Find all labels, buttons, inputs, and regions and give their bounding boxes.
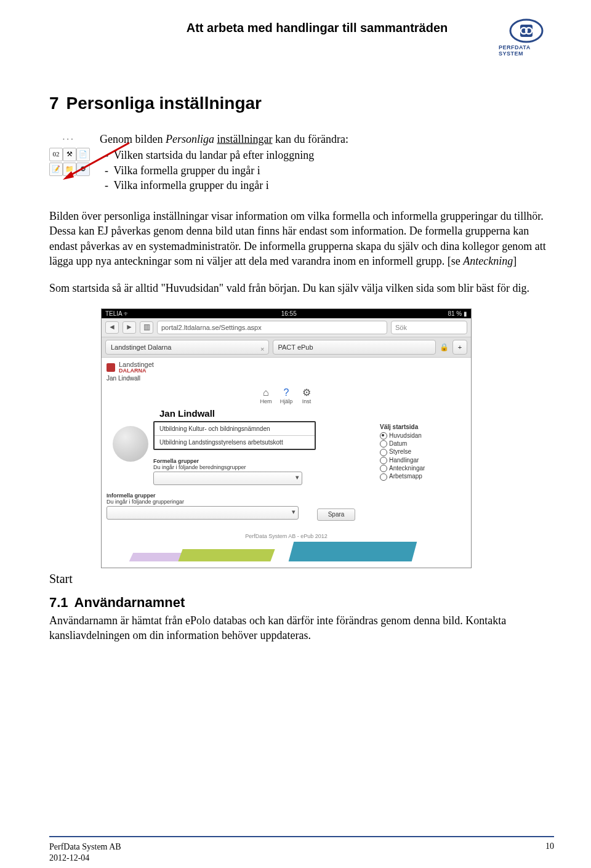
tab-bar: Landstinget Dalarna× PACT ePub 🔒 + xyxy=(102,337,471,358)
top-nav-icons: ⌂Hem ?Hjälp ⚙Inst xyxy=(107,387,466,404)
settings-icon-cluster: • • • 02 ⚒ 📄 📝 📁 ⚙ xyxy=(49,137,89,176)
calendar-icon: 02 xyxy=(49,148,63,161)
status-bar: TELIA ᯤ 16:55 81 % ▮ xyxy=(102,309,471,318)
brand-footer-graphic: PerfData System AB - ePub 2012 xyxy=(107,539,466,561)
search-field[interactable]: Sök xyxy=(391,321,467,334)
body-paragraph-2: Som startsida så är alltid "Huvudsidan" … xyxy=(49,281,554,295)
footer-credit: PerfData System AB - ePub 2012 xyxy=(245,533,328,539)
section-number: 7 xyxy=(49,94,59,113)
nav-inst[interactable]: ⚙Inst xyxy=(297,387,316,404)
radio-huvudsidan[interactable]: Huvudsidan xyxy=(380,432,466,440)
nav-hjalp[interactable]: ?Hjälp xyxy=(277,387,296,404)
intro-text: Genom bilden Personliga inställningar ka… xyxy=(100,132,348,193)
intro-bullet-list: Vilken startsida du landar på efter inlo… xyxy=(100,148,348,193)
subsection-title: Användarnamnet xyxy=(74,595,185,610)
header-title: Att arbeta med handlingar till sammanträ… xyxy=(135,21,499,35)
intro-bullet: Vilken startsida du landar på efter inlo… xyxy=(115,148,348,163)
home-icon: ⌂ xyxy=(257,387,275,398)
company-logo: PERFDATA SYSTEM xyxy=(499,18,554,57)
page-footer: PerfData System AB 2012-12-04 10 xyxy=(49,842,554,863)
tab-pact[interactable]: PACT ePub xyxy=(273,340,436,355)
informella-sub: Du ingår i följande grupperingar xyxy=(107,499,466,505)
lock-icon: 🔒 xyxy=(440,343,449,352)
intro-lead-prefix: Genom bilden xyxy=(100,133,166,145)
formella-label: Formella grupper xyxy=(153,458,375,464)
settings-icon: ⚙ xyxy=(76,163,90,176)
brand-mark-icon xyxy=(107,363,115,372)
radio-styrelse[interactable]: Styrelse xyxy=(380,448,466,456)
startsida-label: Välj startsida xyxy=(380,424,466,430)
section-title: Personliga inställningar xyxy=(66,94,262,113)
status-time: 16:55 xyxy=(281,310,297,317)
close-icon[interactable]: × xyxy=(260,342,264,356)
intro-lead-suffix: kan du förändra: xyxy=(272,133,348,145)
formella-sub: Du ingår i följande beredningsgrupper xyxy=(153,464,375,470)
logo-text: PERFDATA SYSTEM xyxy=(499,44,554,57)
radio-arbetsmapp[interactable]: Arbetsmapp xyxy=(380,473,466,480)
intro-lead-underline: inställningar xyxy=(217,133,272,145)
section-heading: 7Personliga inställningar xyxy=(49,94,554,113)
startsida-radios: Huvudsidan Datum Styrelse Handlingar Ant… xyxy=(380,432,466,481)
url-field[interactable]: portal2.ltdalarna.se/Settings.aspx xyxy=(157,321,387,334)
chevron-down-icon: ▾ xyxy=(296,473,299,481)
footer-rule xyxy=(49,836,554,837)
start-label: Start xyxy=(49,572,554,586)
footer-company: PerfData System AB xyxy=(49,842,121,853)
radio-anteckningar[interactable]: Anteckningar xyxy=(380,465,466,472)
back-button[interactable]: ◄ xyxy=(105,321,119,334)
dropdown-option[interactable]: Utbildning Kultur- och bildningsnämnden xyxy=(155,422,315,436)
radio-handlingar[interactable]: Handlingar xyxy=(380,457,466,464)
save-button[interactable]: Spara xyxy=(317,508,355,521)
chevron-down-icon: ▾ xyxy=(292,508,296,516)
dropdown-option[interactable]: Utbildning Landstingsstyrelsens arbetsut… xyxy=(155,436,315,449)
brand-line2: DALARNA xyxy=(119,368,154,374)
note-icon: 📝 xyxy=(49,163,63,176)
intro-block: • • • 02 ⚒ 📄 📝 📁 ⚙ Genom bilden Personli… xyxy=(49,132,554,193)
gavel-icon: ⚒ xyxy=(63,148,76,161)
page-content: Landstinget DALARNA Jan Lindwall ⌂Hem ?H… xyxy=(102,358,471,568)
tab-landstinget[interactable]: Landstinget Dalarna× xyxy=(105,340,269,355)
footer-date: 2012-12-04 xyxy=(49,853,121,864)
subsection-heading: 7.1Användarnamnet xyxy=(49,595,554,611)
subsection-number: 7.1 xyxy=(49,595,68,610)
help-icon: ? xyxy=(277,387,296,398)
status-battery: 81 % ▮ xyxy=(448,310,467,317)
brand-block: Landstinget DALARNA xyxy=(107,361,466,374)
folder-icon: 📁 xyxy=(63,163,76,176)
logo-icon xyxy=(509,18,544,43)
embedded-screenshot: TELIA ᯤ 16:55 81 % ▮ ◄ ► ▥ portal2.ltdal… xyxy=(101,308,472,568)
body-paragraph-1: Bilden över personliga inställningar vis… xyxy=(49,209,554,268)
forward-button[interactable]: ► xyxy=(123,321,136,334)
dropdown-popup: Utbildning Kultur- och bildningsnämnden … xyxy=(153,421,316,450)
formella-dropdown[interactable]: ▾ xyxy=(153,472,302,485)
status-carrier: TELIA ᯤ xyxy=(105,310,130,317)
informella-dropdown[interactable]: ▾ xyxy=(107,506,299,520)
informella-label: Informella grupper xyxy=(107,492,466,499)
page-header: Att arbeta med handlingar till sammanträ… xyxy=(49,18,554,57)
avatar xyxy=(113,426,148,462)
intro-bullet: Vilka informella grupper du ingår i xyxy=(115,178,348,193)
bookmarks-button[interactable]: ▥ xyxy=(140,321,153,334)
footer-page-number: 10 xyxy=(545,842,554,851)
browser-toolbar: ◄ ► ▥ portal2.ltdalarna.se/Settings.aspx… xyxy=(102,318,471,337)
new-tab-button[interactable]: + xyxy=(452,340,467,355)
gear-icon: ⚙ xyxy=(297,387,316,398)
profile-name: Jan Lindwall xyxy=(159,408,466,419)
body-paragraph-3: Användarnamn är hämtat från ePolo databa… xyxy=(49,613,554,643)
document-icon: 📄 xyxy=(76,148,90,161)
nav-hem[interactable]: ⌂Hem xyxy=(257,387,275,404)
radio-datum[interactable]: Datum xyxy=(380,440,466,448)
intro-bullet: Vilka formella grupper du ingår i xyxy=(115,163,348,178)
intro-lead-italic: Personliga xyxy=(166,133,217,145)
logged-user: Jan Lindwall xyxy=(107,375,466,382)
